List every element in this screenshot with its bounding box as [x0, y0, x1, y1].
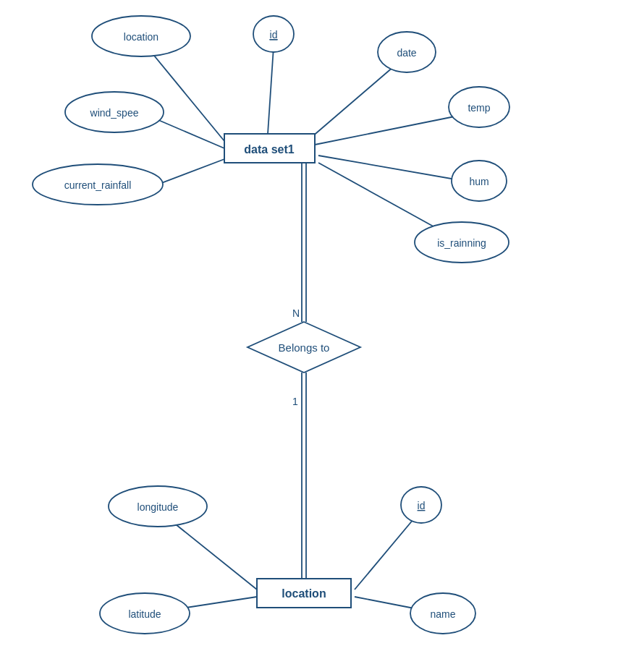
cardinality-1: 1	[292, 396, 298, 407]
loc-id-attr-text: id	[418, 500, 426, 511]
is-rainning-attr-text: is_rainning	[437, 237, 486, 249]
svg-line-13	[355, 510, 421, 590]
id-attr-text: id	[270, 29, 278, 41]
svg-line-1	[268, 47, 274, 134]
wind-spee-attr-text: wind_spee	[90, 107, 139, 119]
longitude-attr-text: longitude	[138, 501, 179, 513]
temp-attr-text: temp	[468, 102, 490, 114]
current-rainfall-attr-text: current_rainfall	[64, 179, 132, 191]
hum-attr-text: hum	[469, 176, 488, 187]
data-set1-label: data set1	[244, 143, 294, 156]
location-entity-label: location	[282, 587, 326, 600]
svg-line-2	[311, 58, 404, 137]
belongs-to-label: Belongs to	[279, 341, 330, 354]
name-attr-text: name	[430, 608, 455, 620]
latitude-attr-text: latitude	[128, 608, 161, 620]
location-attr-text: location	[124, 31, 158, 43]
cardinality-n: N	[292, 307, 300, 319]
date-attr-text: date	[397, 47, 416, 59]
